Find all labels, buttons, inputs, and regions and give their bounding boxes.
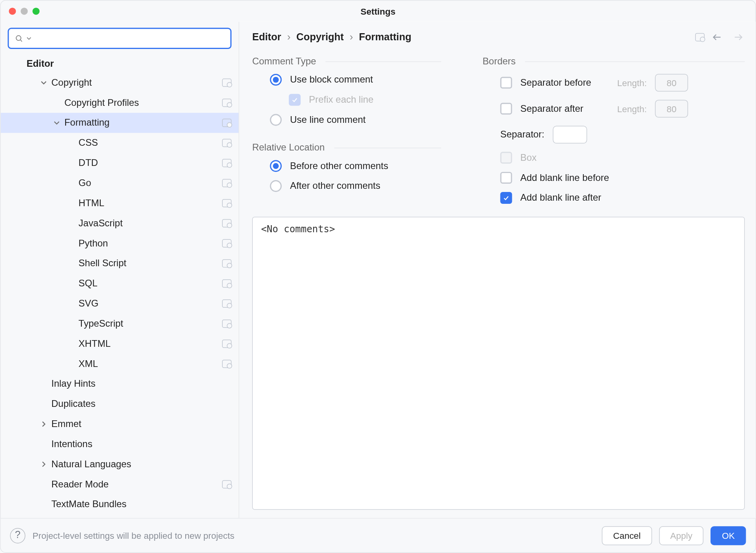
search-field[interactable] [8,28,231,49]
search-icon [15,34,23,43]
tree-item-copyright-profiles[interactable]: Copyright Profiles [0,93,239,113]
footer: ? Project-level settings will be applied… [0,518,755,552]
cancel-button[interactable]: Cancel [602,526,652,545]
help-button[interactable]: ? [10,528,25,543]
blank-after-label: Add blank line after [520,192,601,203]
settings-tree: Editor CopyrightCopyright ProfilesFormat… [0,53,239,518]
scope-icon [222,340,231,348]
tree-item-label: Inlay Hints [51,378,231,389]
chevron-down-icon[interactable] [51,118,62,128]
scope-icon [222,299,231,308]
tree-item-label: Reader Mode [51,479,222,490]
tree-item-natural-languages[interactable]: Natural Languages [0,454,239,474]
tree-item-xhtml[interactable]: XHTML [0,334,239,354]
settings-window: Settings Editor CopyrightCopyright Profi… [0,0,756,553]
length-before-input[interactable] [655,74,688,92]
chevron-down-icon[interactable] [38,77,49,88]
breadcrumb-separator: › [350,31,353,43]
tree-item-label: SVG [79,298,222,309]
chevron-right-icon[interactable] [38,459,49,470]
blank-before-label: Add blank line before [520,173,609,183]
tree-item-go[interactable]: Go [0,173,239,193]
checkbox-icon [289,94,301,106]
scope-icon [222,480,231,489]
tree-item-shell-script[interactable]: Shell Script [0,253,239,273]
minimize-window-button[interactable] [21,8,28,15]
tree-item-emmet[interactable]: Emmet [0,414,239,434]
scope-icon [222,199,231,207]
use-block-comment-radio[interactable]: Use block comment [270,74,441,86]
chevron-right-icon[interactable] [38,419,49,429]
breadcrumb-segment[interactable]: Editor [252,31,281,43]
tree-item-dtd[interactable]: DTD [0,153,239,173]
apply-button[interactable]: Apply [659,526,703,545]
tree-item-textmate-bundles[interactable]: TextMate Bundles [0,495,239,515]
separator-after-label: Separator after [520,103,609,114]
search-options-dropdown-icon[interactable] [26,36,31,41]
tree-item-formatting[interactable]: Formatting [0,113,239,133]
scope-icon [222,179,231,187]
close-window-button[interactable] [9,8,16,15]
tree-item-label: Python [79,238,222,249]
tree-item-duplicates[interactable]: Duplicates [0,394,239,414]
separator-input[interactable] [553,126,587,143]
breadcrumb-segment[interactable]: Copyright [296,31,344,43]
tree-item-python[interactable]: Python [0,233,239,254]
tree-item-intentions[interactable]: Intentions [0,434,239,454]
window-title: Settings [361,6,396,16]
tree-item-reader-mode[interactable]: Reader Mode [0,474,239,495]
breadcrumb-segment[interactable]: Formatting [359,31,412,43]
titlebar: Settings [0,0,755,22]
relative-location-title: Relative Location [252,142,325,153]
tree-item-html[interactable]: HTML [0,193,239,213]
radio-icon [270,160,282,172]
scope-icon [222,159,231,167]
separator-before-label: Separator before [520,77,609,88]
forward-button[interactable] [732,32,745,43]
tree-item-css[interactable]: CSS [0,133,239,153]
tree-item-inlay-hints[interactable]: Inlay Hints [0,374,239,394]
scope-icon [222,239,231,248]
tree-item-label: Go [79,178,222,188]
tree-item-svg[interactable]: SVG [0,293,239,314]
tree-item-javascript[interactable]: JavaScript [0,213,239,233]
prefix-each-line-checkbox: Prefix each line [270,94,441,106]
length-before-label: Length: [617,78,647,88]
length-after-label: Length: [617,103,647,113]
svg-point-0 [16,36,21,40]
use-line-comment-radio[interactable]: Use line comment [270,114,441,126]
ok-button[interactable]: OK [711,526,746,545]
after-other-comments-radio[interactable]: After other comments [270,180,441,192]
separator-after-checkbox[interactable] [500,103,512,115]
tree-item-copyright[interactable]: Copyright [0,73,239,93]
search-input[interactable] [35,33,226,44]
box-checkbox [500,152,512,164]
back-button[interactable] [711,32,724,43]
scope-icon [222,79,231,87]
zoom-window-button[interactable] [32,8,39,15]
tree-item-label: HTML [79,198,222,209]
radio-icon [270,114,282,126]
scope-icon [222,360,231,368]
tree-item-sql[interactable]: SQL [0,273,239,293]
breadcrumb-nav [711,32,745,43]
tree-item-label: Shell Script [79,258,222,269]
length-after-input[interactable] [655,100,688,118]
scope-icon[interactable] [695,33,705,41]
tree-item-label: Copyright [51,77,222,88]
tree-item-label: Duplicates [51,399,231,409]
window-controls [9,8,39,15]
settings-content: Editor›Copyright›Formatting [239,22,756,518]
blank-after-checkbox[interactable] [500,192,512,204]
tree-item-typescript[interactable]: TypeScript [0,314,239,334]
separator-before-checkbox[interactable] [500,77,512,88]
blank-before-checkbox[interactable] [500,172,512,184]
tree-item-label: CSS [79,137,222,148]
separator-label: Separator: [500,129,545,140]
before-other-comments-radio[interactable]: Before other comments [270,160,441,172]
tree-item-label: TypeScript [79,318,222,329]
comment-type-title: Comment Type [252,56,316,67]
scope-icon [222,119,231,127]
tree-item-xml[interactable]: XML [0,354,239,374]
tree-item-label: Copyright Profiles [64,98,222,108]
